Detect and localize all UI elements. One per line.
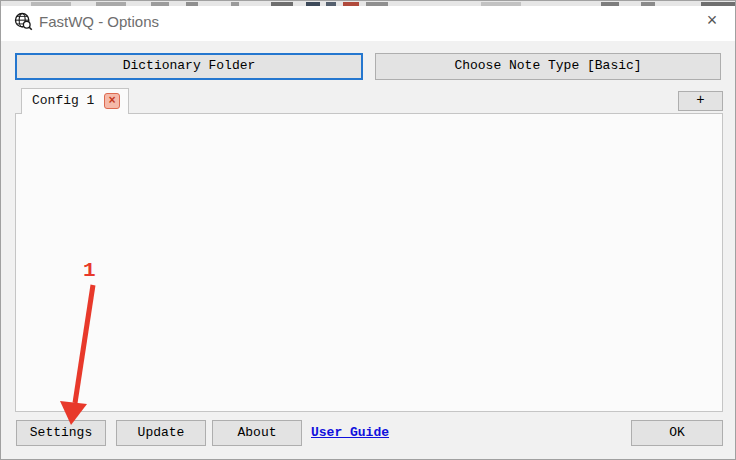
add-config-button[interactable]: + xyxy=(678,91,723,111)
tab-close-icon[interactable]: × xyxy=(104,93,120,109)
annotation-step-number: 1 xyxy=(83,259,96,282)
about-button[interactable]: About xyxy=(212,420,302,446)
close-icon[interactable]: × xyxy=(701,9,723,31)
choose-note-type-button[interactable]: Choose Note Type [Basic] xyxy=(375,53,721,80)
globe-search-icon xyxy=(13,11,33,31)
ok-button[interactable]: OK xyxy=(631,420,723,446)
dictionary-folder-button[interactable]: Dictionary Folder xyxy=(15,53,363,80)
options-dialog: FastWQ - Options × Dictionary Folder Cho… xyxy=(0,0,736,460)
title-bar: FastWQ - Options × xyxy=(1,6,735,41)
tab-config-1[interactable]: Config 1 × xyxy=(21,88,129,114)
settings-button[interactable]: Settings xyxy=(16,420,106,446)
update-button[interactable]: Update xyxy=(116,420,206,446)
window-title: FastWQ - Options xyxy=(39,13,159,30)
tab-label: Config 1 xyxy=(32,93,94,108)
config-pane xyxy=(15,113,723,412)
user-guide-link[interactable]: User Guide xyxy=(311,425,389,440)
